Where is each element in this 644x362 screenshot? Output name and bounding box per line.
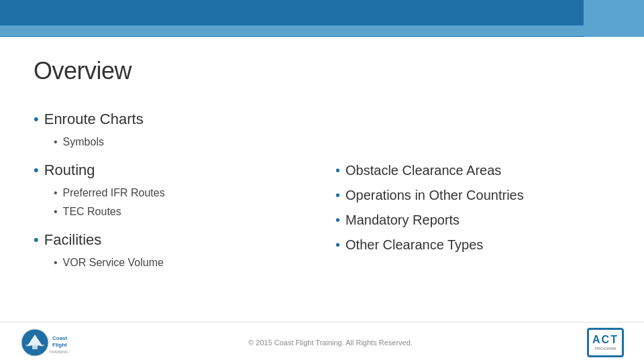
bullet-routing: Routing: [34, 162, 309, 179]
footer-copyright: © 2015 Coast Flight Training. All Rights…: [248, 339, 413, 347]
bullet-other-clearance-types: Other Clearance Types: [335, 237, 610, 253]
bullet-mandatory-reports: Mandatory Reports: [335, 213, 610, 228]
svg-text:Coast: Coast: [52, 335, 68, 341]
act-logo: ACT PROGRAM: [587, 328, 624, 357]
bullet-facilities: Facilities: [34, 231, 309, 249]
banner-box: [584, 0, 644, 37]
right-column: Obstacle Clearance Areas Operations in O…: [335, 104, 610, 308]
bullet-vor-service: VOR Service Volume: [34, 257, 309, 269]
coast-flight-logo: Coast Flight TRAINING: [20, 328, 74, 357]
bullet-tec-routes: TEC Routes: [34, 206, 309, 218]
bullet-preferred-ifr: Preferred IFR Routes: [34, 187, 309, 199]
banner-stripe: [0, 25, 584, 36]
main-content: Overview Enroute Charts Symbols Routing …: [0, 37, 644, 322]
left-column: Enroute Charts Symbols Routing Preferred…: [34, 104, 309, 308]
bullet-symbols: Symbols: [34, 136, 309, 148]
act-text: ACT: [592, 334, 619, 346]
footer: Coast Flight TRAINING © 2015 Coast Fligh…: [0, 322, 644, 362]
coast-flight-svg: Coast Flight TRAINING: [20, 328, 74, 357]
bullet-obstacle-clearance: Obstacle Clearance Areas: [335, 163, 610, 178]
slide-title: Overview: [34, 57, 610, 85]
bullet-operations-other-countries: Operations in Other Countries: [335, 188, 610, 203]
act-subtext: PROGRAM: [595, 347, 616, 351]
top-banner: [0, 0, 644, 37]
act-logo-box: ACT PROGRAM: [587, 328, 624, 357]
content-columns: Enroute Charts Symbols Routing Preferred…: [34, 104, 610, 308]
svg-rect-2: [32, 344, 38, 349]
svg-text:Flight: Flight: [52, 342, 67, 348]
bullet-enroute-charts: Enroute Charts: [34, 111, 309, 128]
svg-text:TRAINING: TRAINING: [49, 350, 68, 354]
